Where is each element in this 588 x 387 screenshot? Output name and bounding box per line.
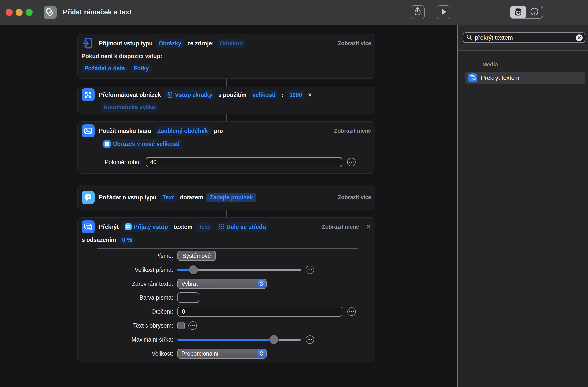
action-ask-for-input[interactable]: Požádat o vstup typu Text dotazem Zadejt… <box>77 185 375 210</box>
font-color-well[interactable] <box>177 292 199 303</box>
remove-action-button[interactable]: ✕ <box>366 223 371 231</box>
share-icon <box>413 7 422 18</box>
run-shortcut-button[interactable] <box>437 5 450 19</box>
action-title: Použít masku tvaru <box>99 128 151 134</box>
shortcut-app-icon <box>44 6 57 19</box>
dimension-token[interactable]: velikosti <box>250 90 278 99</box>
minimize-window-button[interactable] <box>16 9 23 16</box>
overlay-text-value-token[interactable]: Text <box>196 222 213 232</box>
width-value-token[interactable]: 1280 <box>287 90 305 99</box>
flow-connector <box>226 114 227 121</box>
action-text: textem <box>174 224 192 230</box>
colon-separator: : <box>282 92 284 98</box>
corner-radius-input[interactable]: 40 <box>146 157 342 167</box>
font-button[interactable]: Systémové <box>177 251 216 261</box>
traffic-lights <box>6 9 33 16</box>
action-text: dotazem <box>180 194 203 201</box>
rotation-input[interactable]: 0 <box>177 307 342 317</box>
play-icon <box>439 8 448 17</box>
action-title: Přijmout vstup typu <box>99 40 153 47</box>
resized-image-token[interactable]: Obrázek v nové velikosti <box>101 139 182 149</box>
action-library-icon <box>513 7 523 18</box>
rotation-label: Otočení: <box>82 308 173 315</box>
size-value: Proporcionální <box>181 350 218 357</box>
search-icon <box>466 34 472 41</box>
search-results: Média Aa Překrýt textem <box>457 51 588 387</box>
shortcut-input-token[interactable]: Vstup zkratky <box>164 90 215 99</box>
input-type-token[interactable]: Obrázky <box>156 39 184 48</box>
slider-thumb[interactable] <box>189 265 198 274</box>
position-token-label: Dole ve středu <box>226 224 266 230</box>
overlay-text-icon: Aa <box>468 73 477 82</box>
no-input-label: Pokud není k dispozici vstup: <box>82 53 162 60</box>
show-more-link[interactable]: Zobrazit více <box>338 40 371 47</box>
font-size-label: Velikost písma: <box>82 267 173 273</box>
shortcut-input-token-label: Vstup zkratky <box>175 92 212 98</box>
show-less-link[interactable]: Zobrazit méně <box>322 224 359 230</box>
share-button[interactable] <box>411 5 425 19</box>
panel-divider <box>457 25 458 387</box>
slider-thumb[interactable] <box>269 335 278 344</box>
show-more-link[interactable]: Zobrazit více <box>338 194 371 201</box>
result-overlay-text[interactable]: Aa Překrýt textem <box>465 72 585 84</box>
shape-token[interactable]: Zaoblený obdélník <box>155 126 211 136</box>
variable-ellipsis-button[interactable] <box>347 158 356 166</box>
tab-info[interactable]: i <box>526 6 543 18</box>
shortcut-input-icon <box>82 37 95 50</box>
dropdown-chevrons-icon <box>258 350 265 357</box>
max-width-label: Maximální šířka: <box>82 336 173 343</box>
inspector-toggle: i <box>510 6 543 19</box>
corner-radius-label: Poloměr rohu: <box>82 159 141 166</box>
variable-ellipsis-button[interactable] <box>347 307 356 316</box>
shortcut-input-mini-icon <box>167 91 173 98</box>
show-less-link[interactable]: Zobrazit méně <box>334 128 371 134</box>
variable-ellipsis-button[interactable] <box>306 335 314 344</box>
resized-image-token-label: Obrázek v nové velikosti <box>113 141 179 147</box>
resize-image-icon <box>82 88 95 101</box>
action-receive-input[interactable]: Přijmout vstup typu Obrázky ze zdroje: O… <box>77 34 375 79</box>
input-source-token[interactable]: Odnikud <box>217 39 246 48</box>
result-label: Překrýt textem <box>481 74 519 81</box>
position-token[interactable]: Dole ve středu <box>216 222 269 232</box>
times-separator: × <box>308 92 311 98</box>
variable-ellipsis-button[interactable] <box>188 321 197 330</box>
tab-action-library[interactable] <box>510 6 526 18</box>
action-title: Požádat o vstup typu <box>99 194 156 201</box>
font-label: Písmo: <box>82 253 173 259</box>
size-dropdown[interactable]: Proporcionální <box>177 349 267 359</box>
provided-input-token[interactable]: Přijatý vstup <box>122 222 171 232</box>
action-mask-image[interactable]: Použít masku tvaru Zaoblený obdélník pro… <box>77 121 375 174</box>
text-align-dropdown[interactable]: Vybrat <box>177 279 267 289</box>
action-resize-image[interactable]: Přeformátovat obrázek Vstup zkratky <box>77 87 375 114</box>
max-width-slider[interactable] <box>177 335 301 345</box>
overlay-text-icon: Aa <box>82 220 95 233</box>
action-text: ze zdroje: <box>187 40 214 47</box>
action-text: s použitím <box>218 92 247 98</box>
close-window-button[interactable] <box>6 9 13 16</box>
offset-text: s odsazením <box>82 237 116 243</box>
action-title: Přeformátovat obrázek <box>99 92 161 98</box>
variable-ellipsis-button[interactable] <box>306 266 314 274</box>
outlined-text-checkbox[interactable] <box>177 322 185 329</box>
resized-image-mini-icon <box>103 140 111 148</box>
rotation-value: 0 <box>182 308 185 315</box>
input-type-token[interactable]: Text <box>160 193 177 202</box>
svg-text:Aa: Aa <box>87 226 91 230</box>
ask-for-data-token[interactable]: Požádat o data <box>82 64 128 73</box>
svg-text:Aa: Aa <box>471 77 475 80</box>
search-band <box>457 25 588 51</box>
prompt-token[interactable]: Zadejte popisek <box>206 193 256 202</box>
clear-search-icon[interactable] <box>576 34 583 41</box>
search-field[interactable] <box>463 32 585 43</box>
font-size-slider[interactable] <box>177 265 301 275</box>
search-input[interactable] <box>475 34 573 41</box>
offset-value-token[interactable]: 0 % <box>119 235 135 245</box>
provided-input-mini-icon <box>125 223 132 230</box>
photos-token[interactable]: Fotky <box>131 64 151 73</box>
position-grid-icon <box>219 224 224 230</box>
auto-height-token[interactable]: Automatická výška <box>101 103 158 112</box>
zoom-window-button[interactable] <box>26 9 33 16</box>
text-align-value: Vybrat <box>181 281 198 287</box>
action-overlay-text[interactable]: Aa Překrýt Přijatý <box>77 217 375 362</box>
section-header-media: Média <box>482 61 588 68</box>
